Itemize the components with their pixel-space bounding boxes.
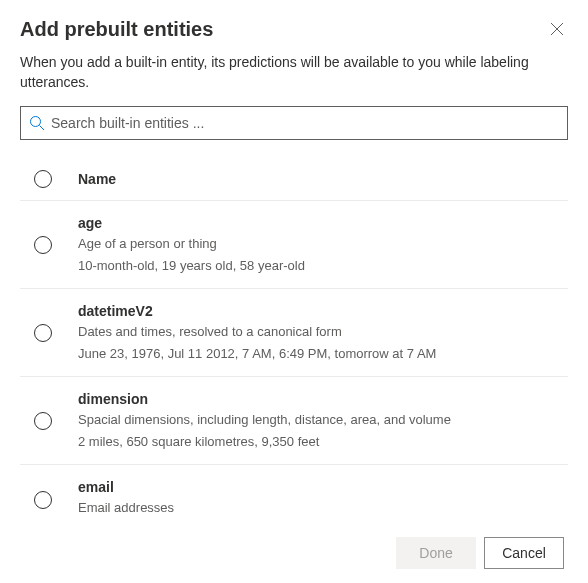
column-header-name: Name xyxy=(78,171,116,187)
dialog-title: Add prebuilt entities xyxy=(20,18,213,41)
entity-list[interactable]: Name age Age of a person or thing 10-mon… xyxy=(20,160,568,527)
entity-row[interactable]: dimension Spacial dimensions, including … xyxy=(20,377,568,465)
dialog-footer: Done Cancel xyxy=(20,527,568,583)
select-radio[interactable] xyxy=(34,412,52,430)
entity-description: Spacial dimensions, including length, di… xyxy=(78,411,568,429)
add-prebuilt-entities-dialog: Add prebuilt entities When you add a bui… xyxy=(0,0,588,583)
search-input[interactable] xyxy=(51,115,559,131)
entity-description: Dates and times, resolved to a canonical… xyxy=(78,323,568,341)
dialog-header: Add prebuilt entities xyxy=(20,18,568,43)
list-header-row: Name xyxy=(20,160,568,201)
select-radio[interactable] xyxy=(34,236,52,254)
entity-description: Email addresses xyxy=(78,499,568,517)
done-button[interactable]: Done xyxy=(396,537,476,569)
close-icon xyxy=(550,22,564,36)
cancel-button[interactable]: Cancel xyxy=(484,537,564,569)
entity-row[interactable]: email Email addresses xyxy=(20,465,568,527)
entity-description: Age of a person or thing xyxy=(78,235,568,253)
entity-row[interactable]: age Age of a person or thing 10-month-ol… xyxy=(20,201,568,289)
entity-name: dimension xyxy=(78,391,568,407)
select-radio[interactable] xyxy=(34,491,52,509)
dialog-subtitle: When you add a built-in entity, its pred… xyxy=(20,53,568,92)
entity-name: age xyxy=(78,215,568,231)
entity-examples: June 23, 1976, Jul 11 2012, 7 AM, 6:49 P… xyxy=(78,345,568,363)
entity-content: age Age of a person or thing 10-month-ol… xyxy=(78,215,568,274)
entity-name: datetimeV2 xyxy=(78,303,568,319)
svg-line-3 xyxy=(40,126,45,131)
search-box[interactable] xyxy=(20,106,568,140)
entity-content: email Email addresses xyxy=(78,479,568,521)
entity-row[interactable]: datetimeV2 Dates and times, resolved to … xyxy=(20,289,568,377)
svg-point-2 xyxy=(31,117,41,127)
entity-content: dimension Spacial dimensions, including … xyxy=(78,391,568,450)
select-radio[interactable] xyxy=(34,324,52,342)
entity-name: email xyxy=(78,479,568,495)
select-all-radio[interactable] xyxy=(34,170,52,188)
entity-content: datetimeV2 Dates and times, resolved to … xyxy=(78,303,568,362)
entity-examples: 2 miles, 650 square kilometres, 9,350 fe… xyxy=(78,433,568,451)
search-icon xyxy=(29,115,45,131)
close-button[interactable] xyxy=(546,18,568,43)
entity-examples: 10-month-old, 19 years old, 58 year-old xyxy=(78,257,568,275)
